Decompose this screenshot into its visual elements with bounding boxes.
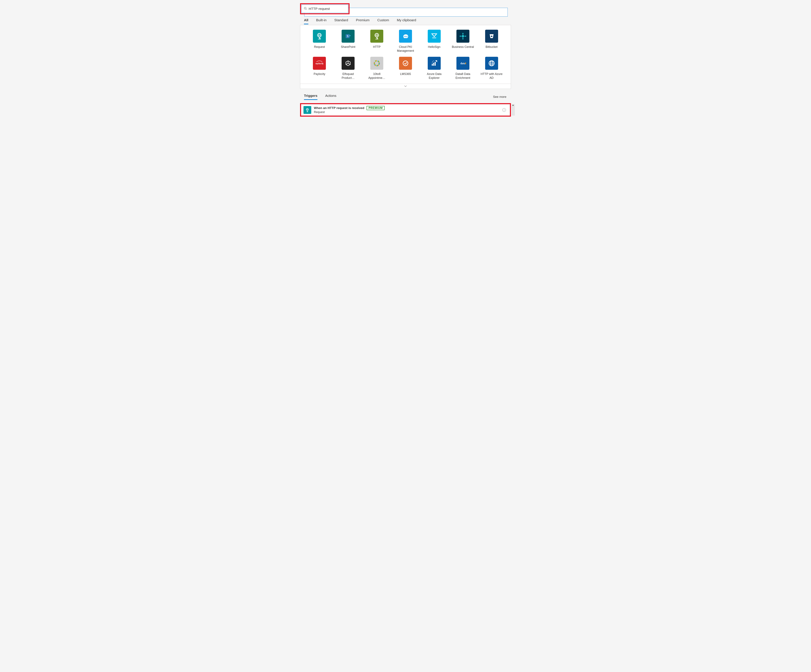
svg-rect-37 [435, 62, 436, 66]
ring-icon [370, 57, 383, 70]
data8-icon: data8 [456, 57, 469, 70]
bucket-icon [485, 30, 498, 42]
trigger-highlight-box: When an HTTP request is received PREMIUM… [300, 103, 511, 117]
svg-text:S: S [347, 34, 348, 38]
connector-label: LMS365 [400, 72, 411, 76]
request-connector-icon [304, 106, 311, 114]
connector-item[interactable]: HTTP [364, 30, 390, 53]
connector-label: Business Central [452, 45, 474, 49]
connector-label: SharePoint [341, 45, 355, 49]
connector-label: HelloSign [428, 45, 440, 49]
svg-point-2 [304, 7, 306, 9]
svg-rect-35 [432, 64, 433, 66]
trigger-text: When an HTTP request is received PREMIUM… [314, 106, 500, 114]
svg-line-3 [306, 9, 307, 10]
connector-label: 10to8 Appointme… [365, 72, 388, 80]
connector-item[interactable]: SSharePoint [336, 30, 361, 53]
premium-badge: PREMIUM [366, 106, 385, 110]
svg-point-22 [460, 36, 461, 37]
connector-label: Request [314, 45, 325, 49]
connector-item[interactable]: data8Data8 Data Enrichment [450, 57, 475, 80]
info-icon[interactable]: i [502, 108, 506, 112]
connector-label: HTTP [373, 45, 381, 49]
svg-point-40 [433, 61, 434, 61]
globe-arrow-icon [313, 30, 326, 42]
scrollbar[interactable] [512, 104, 515, 115]
ade-icon [428, 57, 441, 70]
tab-built-in[interactable]: Built-in [316, 18, 326, 24]
connector-label: Cloud PKI Management [394, 45, 417, 53]
connector-item[interactable]: PKICloud PKI Management [393, 30, 418, 53]
connector-item[interactable]: Business Central [450, 30, 475, 53]
svg-text:8: 8 [465, 62, 466, 65]
connector-label: Bitbucket [485, 45, 498, 49]
category-tabs: All Built-in Standard Premium Custom My … [300, 17, 511, 24]
connector-item[interactable]: LMS365 [393, 57, 418, 80]
tab-triggers[interactable]: Triggers [304, 94, 317, 100]
tab-my-clipboard[interactable]: My clipboard [397, 18, 416, 24]
svg-text:data: data [460, 62, 465, 65]
checkcircle-icon [399, 57, 412, 70]
chevron-down-icon [404, 85, 407, 88]
connector-label: Paylocity [314, 72, 325, 76]
svg-text:PKI: PKI [404, 35, 407, 37]
see-more-link[interactable]: See more [493, 95, 507, 98]
trigger-subtitle: Request [314, 110, 500, 114]
connector-item[interactable]: Request [307, 30, 332, 53]
connector-item[interactable]: Bitbucket [479, 30, 504, 53]
svg-point-21 [462, 38, 463, 39]
scroll-up-icon[interactable] [512, 104, 514, 106]
connector-item[interactable]: HelloSign [421, 30, 447, 53]
search-highlight-box [300, 3, 350, 14]
svg-point-23 [465, 36, 466, 37]
hellosign-icon [428, 30, 441, 42]
connector-item[interactable]: 10to8 Appointme… [364, 57, 390, 80]
connector-item[interactable]: HTTP with Azure AD [479, 57, 504, 80]
bizcentral-icon [456, 30, 469, 42]
connector-label: Data8 Data Enrichment [451, 72, 474, 80]
search-input[interactable] [309, 7, 351, 11]
connector-label: Elfsquad Product… [337, 72, 360, 80]
svg-marker-17 [432, 34, 437, 37]
svg-point-19 [461, 35, 464, 37]
sharepoint-icon: S [342, 30, 355, 42]
tab-standard[interactable]: Standard [334, 18, 348, 24]
paylocity-icon: paylocity [313, 57, 326, 70]
trigger-row[interactable]: When an HTTP request is received PREMIUM… [301, 104, 510, 115]
connector-item[interactable]: Azure Data Explorer [421, 57, 447, 80]
svg-point-41 [432, 62, 433, 63]
svg-rect-36 [433, 63, 434, 66]
section-tabs: Triggers Actions See more [300, 89, 511, 100]
globe-arrow-icon [370, 30, 383, 42]
svg-point-20 [462, 33, 463, 34]
search-icon [304, 7, 307, 11]
connector-label: Azure Data Explorer [423, 72, 446, 80]
pki-icon: PKI [399, 30, 412, 42]
tab-actions[interactable]: Actions [325, 94, 336, 100]
svg-point-34 [403, 61, 408, 66]
trigger-title: When an HTTP request is received [314, 106, 364, 110]
svg-text:paylocity: paylocity [316, 62, 323, 65]
elfsquad-icon [342, 57, 355, 70]
tab-all[interactable]: All [304, 18, 308, 24]
connector-item[interactable]: paylocityPaylocity [307, 57, 332, 80]
globe-icon [485, 57, 498, 70]
connector-label: HTTP with Azure AD [480, 72, 503, 80]
connectors-panel: RequestSSharePointHTTPPKICloud PKI Manag… [300, 25, 511, 89]
connector-item[interactable]: Elfsquad Product… [336, 57, 361, 80]
search-box[interactable] [301, 5, 348, 13]
expand-connectors[interactable] [300, 84, 511, 89]
tab-custom[interactable]: Custom [377, 18, 389, 24]
tab-premium[interactable]: Premium [356, 18, 370, 24]
svg-rect-28 [491, 36, 492, 37]
svg-point-39 [433, 61, 433, 62]
